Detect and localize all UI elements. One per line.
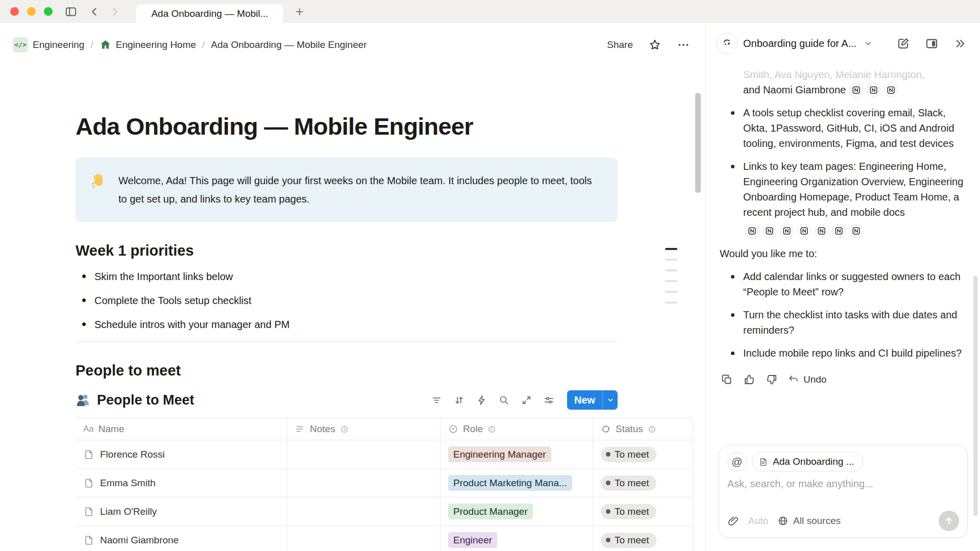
role-cell[interactable]: Engineering Manager	[440, 440, 593, 468]
role-tag[interactable]: Product Manager	[448, 504, 533, 519]
undo-button[interactable]: Undo	[788, 372, 826, 387]
status-cell[interactable]: To meet	[593, 526, 693, 551]
status-tag[interactable]: To meet	[601, 447, 656, 462]
more-options-icon[interactable]	[677, 38, 690, 52]
column-header-notes[interactable]: Notes	[287, 418, 440, 440]
ai-thread-title[interactable]: Onboarding guide for A...	[743, 38, 856, 49]
status-cell[interactable]: To meet	[593, 497, 693, 525]
thumbs-down-icon[interactable]	[766, 373, 778, 386]
close-window-button[interactable]	[10, 7, 19, 16]
status-tag[interactable]: To meet	[601, 533, 656, 548]
breadcrumb-item-current-page[interactable]: Ada Onboarding — Mobile Engineer	[211, 39, 366, 51]
new-thread-icon[interactable]	[896, 37, 910, 51]
toc-dash[interactable]	[665, 291, 677, 293]
auto-mode-button[interactable]: Auto	[748, 515, 768, 527]
bullet-dot	[82, 298, 86, 302]
ai-prompt-input[interactable]	[727, 478, 959, 490]
expand-icon[interactable]	[519, 392, 534, 408]
notes-cell[interactable]	[287, 469, 440, 497]
main-scrollbar[interactable]	[695, 93, 701, 193]
toc-dash[interactable]	[665, 269, 677, 271]
view-settings-icon[interactable]	[542, 392, 557, 408]
week1-heading: Week 1 priorities	[76, 242, 618, 259]
new-tab-icon[interactable]: +	[291, 4, 308, 19]
column-header-name[interactable]: Aa Name	[76, 418, 287, 440]
send-button[interactable]	[939, 511, 959, 531]
status-tag[interactable]: To meet	[601, 504, 656, 519]
database-titlebar: People to Meet	[76, 390, 618, 410]
notion-page-chip[interactable]	[745, 224, 759, 238]
notion-page-chip[interactable]	[884, 83, 898, 97]
zoom-window-button[interactable]	[44, 7, 53, 16]
active-tab[interactable]: Ada Onboarding — Mobil...	[136, 4, 283, 23]
mention-button[interactable]: @	[727, 452, 747, 471]
role-cell[interactable]: Product Manager	[440, 497, 593, 525]
context-page-chip[interactable]: Ada Onboarding ...	[752, 452, 863, 471]
notes-cell[interactable]	[287, 526, 440, 551]
automation-lightning-icon[interactable]	[474, 392, 489, 408]
side-panel-icon[interactable]	[925, 37, 939, 51]
notion-page-chip[interactable]	[815, 224, 828, 238]
info-icon[interactable]	[340, 425, 349, 434]
notion-window: Ada Onboarding — Mobil... + </> Engineer…	[0, 0, 980, 551]
sidebar-toggle-icon[interactable]	[64, 5, 78, 18]
role-cell[interactable]: Product Marketing Mana...	[440, 469, 593, 497]
notion-page-chip[interactable]	[849, 83, 863, 97]
column-header-role[interactable]: Role	[440, 418, 593, 440]
status-cell[interactable]: To meet	[593, 440, 693, 468]
role-tag[interactable]: Engineer	[448, 532, 497, 548]
forward-icon[interactable]	[108, 5, 121, 18]
share-button[interactable]: Share	[607, 39, 633, 51]
all-sources-button[interactable]: All sources	[777, 515, 841, 527]
notion-page-chip[interactable]	[763, 224, 776, 238]
ai-panel-body: Smith, Ava Nguyen, Melanie Harrington, a…	[706, 64, 979, 387]
notion-page-chip[interactable]	[797, 224, 811, 238]
info-icon[interactable]	[648, 425, 656, 434]
table-of-contents-indicator[interactable]	[665, 248, 677, 312]
copy-icon[interactable]	[721, 373, 733, 386]
thumbs-up-icon[interactable]	[743, 373, 755, 386]
minimize-window-button[interactable]	[27, 7, 36, 16]
name-cell[interactable]: Naomi Giambrone	[76, 526, 287, 551]
column-header-status[interactable]: Status	[593, 418, 693, 440]
status-tag[interactable]: To meet	[601, 475, 656, 491]
toc-dash-active[interactable]	[665, 248, 677, 250]
notion-page-chip[interactable]	[832, 224, 846, 238]
search-icon[interactable]	[497, 392, 512, 408]
ai-composer[interactable]: @ Ada Onboarding ... Auto All sources	[719, 445, 968, 538]
list-item: Complete the Tools setup checklist	[76, 293, 618, 308]
ai-panel-scrollbar[interactable]	[973, 276, 977, 516]
name-cell[interactable]: Liam O'Reilly	[76, 497, 287, 525]
notion-page-chip[interactable]	[780, 224, 794, 238]
notion-page-chip[interactable]	[867, 83, 880, 97]
notion-page-chip[interactable]	[849, 224, 863, 238]
role-tag[interactable]: Product Marketing Mana...	[448, 475, 572, 491]
chevron-down-icon[interactable]	[863, 38, 873, 48]
sort-icon[interactable]	[452, 392, 467, 408]
breadcrumb-item-engineering-home[interactable]: Engineering Home	[100, 39, 196, 51]
new-button-chevron-icon[interactable]	[602, 390, 618, 410]
info-icon[interactable]	[487, 425, 496, 434]
waving-hand-emoji	[90, 172, 107, 190]
toc-dash[interactable]	[665, 302, 677, 304]
toc-dash[interactable]	[665, 259, 677, 261]
status-cell[interactable]: To meet	[593, 469, 693, 497]
name-cell[interactable]: Emma Smith	[76, 469, 287, 497]
collapse-panel-icon[interactable]	[953, 37, 967, 51]
role-cell[interactable]: Engineer	[440, 526, 593, 551]
breadcrumb-item-engineering[interactable]: </> Engineering	[13, 37, 84, 53]
database-title[interactable]: People to Meet	[76, 392, 194, 408]
favorite-star-icon[interactable]	[648, 38, 662, 52]
back-icon[interactable]	[88, 5, 101, 18]
toc-dash[interactable]	[665, 280, 677, 282]
notes-cell[interactable]	[287, 440, 440, 468]
new-row-button[interactable]: New	[567, 390, 618, 410]
attachment-icon[interactable]	[727, 515, 739, 527]
breadcrumb: </> Engineering / Engineering Home / Ada…	[13, 37, 367, 53]
name-cell[interactable]: Florence Rossi	[76, 440, 287, 468]
filter-icon[interactable]	[429, 392, 445, 408]
page-icon	[83, 478, 94, 489]
role-tag[interactable]: Engineering Manager	[448, 446, 551, 462]
ai-face-icon[interactable]	[716, 33, 738, 54]
notes-cell[interactable]	[287, 497, 440, 525]
